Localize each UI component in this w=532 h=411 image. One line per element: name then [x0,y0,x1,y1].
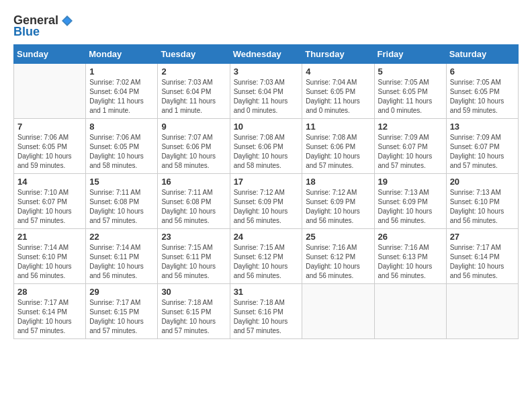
calendar-week-5: 28Sunrise: 7:17 AMSunset: 6:14 PMDayligh… [14,284,519,339]
day-number: 22 [89,232,154,242]
day-info: Sunrise: 7:04 AMSunset: 6:05 PMDaylight:… [306,78,370,116]
day-info: Sunrise: 7:10 AMSunset: 6:07 PMDaylight:… [17,188,82,226]
day-number: 20 [450,177,515,187]
day-number: 31 [234,287,299,297]
day-info: Sunrise: 7:05 AMSunset: 6:05 PMDaylight:… [450,78,515,116]
calendar-cell: 23Sunrise: 7:15 AMSunset: 6:11 PMDayligh… [158,229,230,284]
day-info: Sunrise: 7:06 AMSunset: 6:05 PMDaylight:… [17,133,82,171]
day-info: Sunrise: 7:16 AMSunset: 6:13 PMDaylight:… [378,243,443,281]
day-info: Sunrise: 7:12 AMSunset: 6:09 PMDaylight:… [234,188,299,226]
day-number: 17 [234,177,299,187]
day-info: Sunrise: 7:11 AMSunset: 6:08 PMDaylight:… [89,188,154,226]
calendar-cell: 21Sunrise: 7:14 AMSunset: 6:10 PMDayligh… [14,229,86,284]
calendar-cell: 2Sunrise: 7:03 AMSunset: 6:04 PMDaylight… [158,64,230,119]
logo-icon [60,14,74,28]
day-number: 25 [306,232,370,242]
calendar-cell: 10Sunrise: 7:08 AMSunset: 6:06 PMDayligh… [230,119,302,174]
calendar-week-3: 14Sunrise: 7:10 AMSunset: 6:07 PMDayligh… [14,174,519,229]
calendar-cell: 8Sunrise: 7:06 AMSunset: 6:05 PMDaylight… [86,119,158,174]
day-number: 21 [17,232,82,242]
calendar-cell: 25Sunrise: 7:16 AMSunset: 6:12 PMDayligh… [302,229,374,284]
calendar-cell: 6Sunrise: 7:05 AMSunset: 6:05 PMDaylight… [446,64,518,119]
day-info: Sunrise: 7:17 AMSunset: 6:14 PMDaylight:… [450,243,515,281]
day-number: 10 [234,122,299,132]
calendar-table: SundayMondayTuesdayWednesdayThursdayFrid… [13,44,519,339]
day-info: Sunrise: 7:12 AMSunset: 6:09 PMDaylight:… [306,188,370,226]
day-number: 26 [378,232,443,242]
day-number: 27 [450,232,515,242]
calendar-header-friday: Friday [374,45,446,64]
calendar-header-thursday: Thursday [302,45,374,64]
calendar-cell [14,64,86,119]
day-info: Sunrise: 7:18 AMSunset: 6:15 PMDaylight:… [161,298,226,336]
day-info: Sunrise: 7:03 AMSunset: 6:04 PMDaylight:… [161,78,226,116]
calendar-cell: 9Sunrise: 7:07 AMSunset: 6:06 PMDaylight… [158,119,230,174]
logo: General Blue [13,13,75,39]
calendar-cell [446,284,518,339]
calendar-cell: 13Sunrise: 7:09 AMSunset: 6:07 PMDayligh… [446,119,518,174]
day-info: Sunrise: 7:16 AMSunset: 6:12 PMDaylight:… [306,243,370,281]
day-number: 2 [161,66,226,77]
day-info: Sunrise: 7:18 AMSunset: 6:16 PMDaylight:… [234,298,299,336]
calendar-header-saturday: Saturday [446,45,518,64]
day-info: Sunrise: 7:13 AMSunset: 6:10 PMDaylight:… [450,188,515,226]
calendar-header-row: SundayMondayTuesdayWednesdayThursdayFrid… [14,45,519,64]
day-info: Sunrise: 7:17 AMSunset: 6:15 PMDaylight:… [89,298,154,336]
calendar-cell: 26Sunrise: 7:16 AMSunset: 6:13 PMDayligh… [374,229,446,284]
day-info: Sunrise: 7:14 AMSunset: 6:10 PMDaylight:… [17,243,82,281]
day-number: 5 [378,66,443,77]
day-info: Sunrise: 7:08 AMSunset: 6:06 PMDaylight:… [234,133,299,171]
day-number: 7 [17,122,82,132]
calendar-cell [374,284,446,339]
day-number: 28 [17,287,82,297]
day-number: 8 [89,122,154,132]
day-number: 14 [17,177,82,187]
day-number: 30 [161,287,226,297]
logo-blue: Blue [13,25,40,39]
calendar-cell: 27Sunrise: 7:17 AMSunset: 6:14 PMDayligh… [446,229,518,284]
calendar-cell: 24Sunrise: 7:15 AMSunset: 6:12 PMDayligh… [230,229,302,284]
calendar-cell: 19Sunrise: 7:13 AMSunset: 6:09 PMDayligh… [374,174,446,229]
calendar-cell: 29Sunrise: 7:17 AMSunset: 6:15 PMDayligh… [86,284,158,339]
calendar-cell: 17Sunrise: 7:12 AMSunset: 6:09 PMDayligh… [230,174,302,229]
calendar-week-2: 7Sunrise: 7:06 AMSunset: 6:05 PMDaylight… [14,119,519,174]
calendar-cell: 22Sunrise: 7:14 AMSunset: 6:11 PMDayligh… [86,229,158,284]
day-number: 1 [89,66,154,77]
day-number: 9 [161,122,226,132]
calendar-header-monday: Monday [86,45,158,64]
day-number: 18 [306,177,370,187]
day-number: 23 [161,232,226,242]
day-number: 6 [450,66,515,77]
calendar-header-sunday: Sunday [14,45,86,64]
page-header: General Blue [13,13,519,39]
day-info: Sunrise: 7:09 AMSunset: 6:07 PMDaylight:… [450,133,515,171]
day-number: 29 [89,287,154,297]
calendar-cell: 30Sunrise: 7:18 AMSunset: 6:15 PMDayligh… [158,284,230,339]
day-info: Sunrise: 7:07 AMSunset: 6:06 PMDaylight:… [161,133,226,171]
day-info: Sunrise: 7:14 AMSunset: 6:11 PMDaylight:… [89,243,154,281]
calendar-cell: 7Sunrise: 7:06 AMSunset: 6:05 PMDaylight… [14,119,86,174]
day-info: Sunrise: 7:03 AMSunset: 6:04 PMDaylight:… [234,78,299,116]
calendar-cell: 12Sunrise: 7:09 AMSunset: 6:07 PMDayligh… [374,119,446,174]
day-info: Sunrise: 7:09 AMSunset: 6:07 PMDaylight:… [378,133,443,171]
day-info: Sunrise: 7:11 AMSunset: 6:08 PMDaylight:… [161,188,226,226]
calendar-cell: 1Sunrise: 7:02 AMSunset: 6:04 PMDaylight… [86,64,158,119]
calendar-cell: 11Sunrise: 7:08 AMSunset: 6:06 PMDayligh… [302,119,374,174]
calendar-header-tuesday: Tuesday [158,45,230,64]
calendar-cell: 16Sunrise: 7:11 AMSunset: 6:08 PMDayligh… [158,174,230,229]
day-info: Sunrise: 7:08 AMSunset: 6:06 PMDaylight:… [306,133,370,171]
calendar-cell: 31Sunrise: 7:18 AMSunset: 6:16 PMDayligh… [230,284,302,339]
day-number: 19 [378,177,443,187]
day-number: 12 [378,122,443,132]
calendar-cell [302,284,374,339]
day-info: Sunrise: 7:15 AMSunset: 6:12 PMDaylight:… [234,243,299,281]
calendar-header-wednesday: Wednesday [230,45,302,64]
day-info: Sunrise: 7:13 AMSunset: 6:09 PMDaylight:… [378,188,443,226]
calendar-week-4: 21Sunrise: 7:14 AMSunset: 6:10 PMDayligh… [14,229,519,284]
day-number: 13 [450,122,515,132]
day-info: Sunrise: 7:02 AMSunset: 6:04 PMDaylight:… [89,78,154,116]
calendar-cell: 15Sunrise: 7:11 AMSunset: 6:08 PMDayligh… [86,174,158,229]
day-info: Sunrise: 7:17 AMSunset: 6:14 PMDaylight:… [17,298,82,336]
day-number: 4 [306,66,370,77]
calendar-cell: 14Sunrise: 7:10 AMSunset: 6:07 PMDayligh… [14,174,86,229]
